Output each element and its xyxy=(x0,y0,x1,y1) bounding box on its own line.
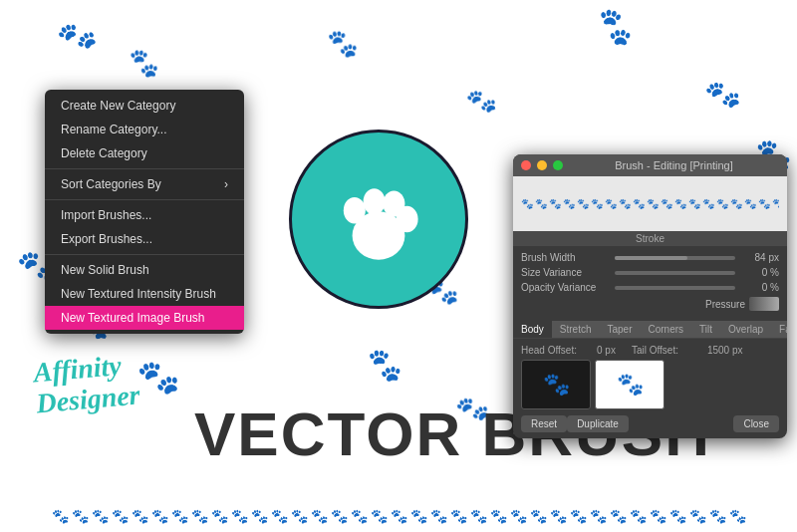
svg-point-1 xyxy=(344,197,366,223)
brush-images-row: 🐾 🐾 xyxy=(521,360,779,409)
paw-orange-2: 🐾 xyxy=(126,45,162,81)
paw-orange-5: 🐾 xyxy=(135,355,180,399)
reset-button[interactable]: Reset xyxy=(521,415,567,432)
opacity-variance-value: 0 % xyxy=(739,282,779,293)
paw-icon xyxy=(324,164,433,274)
minimize-dot[interactable] xyxy=(537,160,547,170)
pressure-row: Pressure xyxy=(521,297,779,311)
tail-offset-label: Tail Offset: xyxy=(632,345,701,356)
brush-preview-track: 🐾 🐾 🐾 🐾 🐾 🐾 🐾 🐾 🐾 🐾 🐾 🐾 🐾 🐾 🐾 🐾 🐾 🐾 🐾 🐾 … xyxy=(521,198,779,209)
brush-image-black: 🐾 xyxy=(521,360,591,409)
head-offset-label: Head Offset: xyxy=(521,345,591,356)
brush-width-value: 84 px xyxy=(739,252,779,263)
brush-bottom: Head Offset: 0 px Tail Offset: 1500 px 🐾… xyxy=(513,339,787,438)
opacity-variance-row: Opacity Variance 0 % xyxy=(521,282,779,293)
opacity-variance-slider[interactable] xyxy=(615,286,735,290)
menu-item-delete-category[interactable]: Delete Category xyxy=(45,141,244,165)
menu-item-new-textured-intensity[interactable]: New Textured Intensity Brush xyxy=(45,282,244,306)
bottom-paw-row: 🐾 🐾 🐾 🐾 🐾 🐾 🐾 🐾 🐾 🐾 🐾 🐾 🐾 🐾 🐾 🐾 🐾 🐾 🐾 🐾 … xyxy=(0,508,797,524)
size-variance-label: Size Variance xyxy=(521,267,611,278)
brush-width-row: Brush Width 84 px xyxy=(521,252,779,263)
size-variance-slider[interactable] xyxy=(615,271,735,275)
context-menu: Create New Category Rename Category... D… xyxy=(45,90,244,334)
tab-corners[interactable]: Corners xyxy=(641,321,692,338)
close-dot[interactable] xyxy=(521,160,531,170)
paw-cyan-2: 🐾 xyxy=(702,75,742,114)
tab-tilt[interactable]: Tilt xyxy=(691,321,720,338)
brush-width-slider[interactable] xyxy=(615,256,735,260)
paw-pink-2: 🐾 xyxy=(464,86,498,119)
tail-offset-value: 1500 px xyxy=(707,345,743,356)
menu-divider-3 xyxy=(45,254,244,255)
paw-pink-1: 🐾 xyxy=(326,27,361,61)
menu-item-import-brushes[interactable]: Import Brushes... xyxy=(45,203,244,227)
paw-pink-5: 🐾 xyxy=(364,344,406,385)
menu-divider-2 xyxy=(45,199,244,200)
head-offset-value: 0 px xyxy=(597,345,616,356)
size-variance-value: 0 % xyxy=(739,267,779,278)
affinity-text: Affinity Designer xyxy=(33,350,141,419)
tab-taper[interactable]: Taper xyxy=(599,321,640,338)
paw-cyan-1: 🐾 xyxy=(591,2,642,51)
submenu-arrow-icon: › xyxy=(224,177,228,191)
brush-image-white: 🐾 xyxy=(595,360,664,409)
duplicate-button[interactable]: Duplicate xyxy=(567,415,629,432)
maximize-dot[interactable] xyxy=(553,160,563,170)
svg-point-4 xyxy=(397,206,418,232)
tab-fall[interactable]: Fall xyxy=(771,321,787,338)
menu-item-rename-category[interactable]: Rename Category... xyxy=(45,118,244,141)
stroke-label: Stroke xyxy=(513,231,787,246)
tabs-row: Body Stretch Taper Corners Tilt Overlap … xyxy=(513,321,787,339)
offset-row: Head Offset: 0 px Tail Offset: 1500 px xyxy=(521,345,779,356)
brush-panel: Brush - Editing [Printing] 🐾 🐾 🐾 🐾 🐾 🐾 🐾… xyxy=(513,154,787,438)
menu-item-export-brushes[interactable]: Export Brushes... xyxy=(45,227,244,251)
brush-width-label: Brush Width xyxy=(521,252,611,263)
paw-orange-1: 🐾 xyxy=(53,13,100,59)
opacity-variance-label: Opacity Variance xyxy=(521,282,611,293)
brush-preview-area: 🐾 🐾 🐾 🐾 🐾 🐾 🐾 🐾 🐾 🐾 🐾 🐾 🐾 🐾 🐾 🐾 🐾 🐾 🐾 🐾 … xyxy=(513,176,787,231)
pressure-icon xyxy=(749,297,779,311)
close-button[interactable]: Close xyxy=(733,415,779,432)
menu-divider-1 xyxy=(45,168,244,169)
panel-title: Brush - Editing [Printing] xyxy=(569,159,779,171)
menu-item-new-textured-image[interactable]: New Textured Image Brush xyxy=(45,306,244,330)
center-circle xyxy=(289,130,468,309)
menu-item-new-solid-brush[interactable]: New Solid Brush xyxy=(45,258,244,282)
action-buttons-row: Reset Duplicate Close xyxy=(521,415,779,432)
pressure-label: Pressure xyxy=(705,299,745,310)
tab-overlap[interactable]: Overlap xyxy=(720,321,771,338)
menu-item-sort-categories[interactable]: Sort Categories By › xyxy=(45,172,244,196)
svg-point-2 xyxy=(364,188,386,214)
size-variance-row: Size Variance 0 % xyxy=(521,267,779,278)
brush-controls: Brush Width 84 px Size Variance 0 % Opac… xyxy=(513,246,787,321)
tab-stretch[interactable]: Stretch xyxy=(552,321,600,338)
brush-panel-titlebar: Brush - Editing [Printing] xyxy=(513,154,787,176)
menu-item-create-category[interactable]: Create New Category xyxy=(45,94,244,118)
tab-body[interactable]: Body xyxy=(513,321,552,338)
